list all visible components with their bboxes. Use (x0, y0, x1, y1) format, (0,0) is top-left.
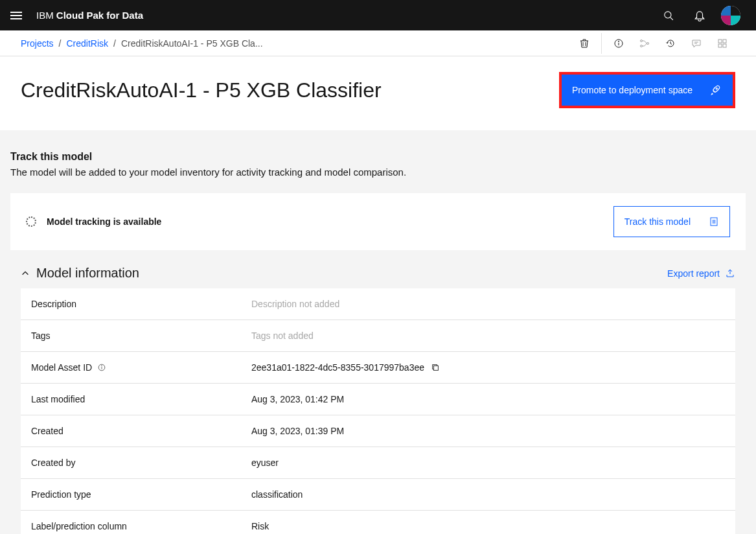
svg-point-4 (619, 41, 619, 41)
svg-rect-10 (718, 40, 722, 43)
breadcrumb-current: CreditRiskAutoAI-1 - P5 XGB Cla... (121, 38, 263, 49)
svg-point-0 (665, 11, 671, 17)
menu-icon[interactable] (10, 9, 23, 22)
grid-icon[interactable] (709, 30, 735, 56)
row-value: Aug 3, 2023, 01:42 PM (251, 394, 344, 404)
svg-point-21 (102, 366, 102, 366)
row-label: Created (31, 426, 251, 436)
flow-icon[interactable] (632, 30, 658, 56)
svg-point-5 (641, 40, 643, 41)
svg-rect-12 (718, 44, 722, 47)
breadcrumb-projects[interactable]: Projects (21, 38, 54, 49)
table-row: Model Asset ID 2ee31a01-1822-4dc5-8355-3… (21, 352, 735, 384)
row-label: Label/prediction column (31, 521, 251, 531)
row-label: Description (31, 299, 251, 309)
row-value: eyuser (251, 458, 279, 468)
model-info-table: Description Description not added Tags T… (21, 288, 735, 534)
breadcrumb-bar: Projects / CreditRisk / CreditRiskAutoAI… (0, 30, 756, 56)
action-icons (571, 30, 735, 56)
export-report-link[interactable]: Export report (667, 268, 735, 279)
table-row: Last modified Aug 3, 2023, 01:42 PM (21, 384, 735, 415)
chevron-up-icon[interactable] (21, 269, 30, 278)
topbar: IBM Cloud Pak for Data (0, 0, 756, 30)
rocket-icon (709, 84, 721, 96)
table-row: Tags Tags not added (21, 320, 735, 352)
action-separator (601, 33, 602, 54)
svg-point-14 (716, 88, 717, 89)
brand-suffix: Cloud Pak for Data (56, 10, 143, 21)
row-value: Aug 3, 2023, 01:39 PM (251, 426, 344, 436)
model-info-header: Model information Export report (10, 250, 746, 288)
svg-point-7 (647, 42, 649, 44)
export-icon (725, 268, 735, 279)
breadcrumb: Projects / CreditRisk / CreditRiskAutoAI… (21, 38, 263, 49)
row-label: Created by (31, 458, 251, 468)
track-section: Track this model The model will be added… (0, 130, 756, 534)
row-label: Model Asset ID (31, 362, 251, 373)
breadcrumb-project[interactable]: CreditRisk (66, 38, 108, 49)
row-label: Last modified (31, 394, 251, 404)
section-title: Model information (36, 266, 139, 281)
table-row: Description Description not added (21, 288, 735, 320)
track-card: Model tracking is available Track this m… (10, 193, 746, 250)
breadcrumb-separator: / (113, 38, 116, 49)
info-icon[interactable] (606, 30, 632, 56)
row-value: Description not added (251, 299, 339, 309)
search-icon[interactable] (654, 1, 683, 30)
row-value: classification (251, 489, 303, 500)
notifications-icon[interactable] (685, 1, 715, 30)
delete-icon[interactable] (571, 30, 597, 56)
track-available-label: Model tracking is available (47, 216, 161, 227)
track-description: The model will be added to your model in… (10, 167, 746, 178)
table-row: Created by eyuser (21, 447, 735, 479)
copy-icon[interactable] (431, 363, 440, 372)
svg-point-6 (641, 45, 643, 47)
svg-line-1 (670, 17, 673, 19)
spinner-icon (26, 216, 36, 227)
promote-button-label: Promote to deployment space (572, 85, 693, 95)
page-title: CreditRiskAutoAI-1 - P5 XGB Classifier (21, 78, 382, 102)
track-model-button[interactable]: Track this model (613, 206, 730, 237)
export-report-label: Export report (667, 268, 720, 279)
row-label: Prediction type (31, 489, 251, 500)
brand: IBM Cloud Pak for Data (36, 10, 143, 21)
brand-prefix: IBM (36, 10, 54, 21)
row-value: Risk (251, 521, 269, 531)
table-row: Created Aug 3, 2023, 01:39 PM (21, 415, 735, 447)
svg-rect-13 (723, 44, 726, 47)
breadcrumb-separator: / (59, 38, 62, 49)
report-icon (709, 216, 719, 227)
table-row: Label/prediction column Risk (21, 511, 735, 534)
row-value: 2ee31a01-1822-4dc5-8355-3017997ba3ee (251, 362, 440, 373)
table-row: Prediction type classification (21, 479, 735, 511)
svg-rect-22 (433, 366, 438, 370)
row-value: Tags not added (251, 331, 314, 341)
svg-rect-11 (723, 40, 726, 43)
history-icon[interactable] (658, 30, 683, 56)
info-icon[interactable] (97, 363, 106, 372)
comment-icon[interactable] (683, 30, 709, 56)
avatar[interactable] (716, 1, 746, 30)
track-model-button-label: Track this model (624, 216, 691, 227)
track-heading: Track this model (10, 151, 746, 163)
title-row: CreditRiskAutoAI-1 - P5 XGB Classifier P… (0, 56, 756, 130)
row-label: Tags (31, 331, 251, 341)
promote-button[interactable]: Promote to deployment space (559, 72, 735, 108)
